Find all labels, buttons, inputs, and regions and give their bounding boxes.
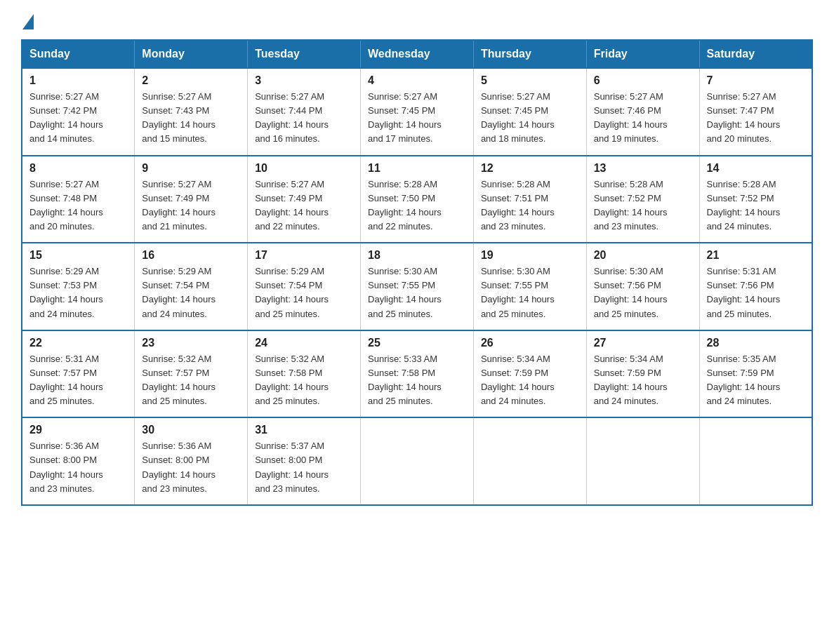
days-of-week-row: SundayMondayTuesdayWednesdayThursdayFrid…	[22, 40, 812, 68]
calendar-cell: 24 Sunrise: 5:32 AM Sunset: 7:58 PM Dayl…	[248, 330, 361, 418]
day-number: 13	[594, 162, 692, 175]
calendar-cell: 27 Sunrise: 5:34 AM Sunset: 7:59 PM Dayl…	[586, 330, 699, 418]
day-header-monday: Monday	[135, 40, 248, 68]
day-info: Sunrise: 5:27 AM Sunset: 7:49 PM Dayligh…	[142, 177, 240, 234]
calendar-cell: 22 Sunrise: 5:31 AM Sunset: 7:57 PM Dayl…	[22, 330, 135, 418]
day-number: 12	[481, 162, 579, 175]
week-row-1: 1 Sunrise: 5:27 AM Sunset: 7:42 PM Dayli…	[22, 68, 812, 156]
calendar-cell: 20 Sunrise: 5:30 AM Sunset: 7:56 PM Dayl…	[586, 243, 699, 330]
calendar-cell: 21 Sunrise: 5:31 AM Sunset: 7:56 PM Dayl…	[699, 243, 812, 330]
day-number: 31	[255, 424, 353, 436]
calendar-cell	[361, 417, 474, 505]
day-info: Sunrise: 5:27 AM Sunset: 7:49 PM Dayligh…	[255, 177, 353, 234]
day-header-friday: Friday	[586, 40, 699, 68]
calendar-cell: 9 Sunrise: 5:27 AM Sunset: 7:49 PM Dayli…	[135, 156, 248, 243]
day-number: 27	[594, 337, 692, 349]
day-header-tuesday: Tuesday	[248, 40, 361, 68]
day-info: Sunrise: 5:27 AM Sunset: 7:45 PM Dayligh…	[481, 90, 579, 147]
calendar-cell: 28 Sunrise: 5:35 AM Sunset: 7:59 PM Dayl…	[699, 330, 812, 418]
week-row-5: 29 Sunrise: 5:36 AM Sunset: 8:00 PM Dayl…	[22, 417, 812, 505]
day-info: Sunrise: 5:31 AM Sunset: 7:57 PM Dayligh…	[29, 352, 127, 409]
calendar-cell: 26 Sunrise: 5:34 AM Sunset: 7:59 PM Dayl…	[473, 330, 586, 418]
day-info: Sunrise: 5:34 AM Sunset: 7:59 PM Dayligh…	[594, 352, 692, 409]
calendar-cell: 23 Sunrise: 5:32 AM Sunset: 7:57 PM Dayl…	[135, 330, 248, 418]
day-info: Sunrise: 5:32 AM Sunset: 7:58 PM Dayligh…	[255, 352, 353, 409]
day-info: Sunrise: 5:27 AM Sunset: 7:48 PM Dayligh…	[29, 177, 127, 234]
calendar-cell: 15 Sunrise: 5:29 AM Sunset: 7:53 PM Dayl…	[22, 243, 135, 330]
day-header-wednesday: Wednesday	[361, 40, 474, 68]
calendar-cell: 18 Sunrise: 5:30 AM Sunset: 7:55 PM Dayl…	[361, 243, 474, 330]
calendar-header: SundayMondayTuesdayWednesdayThursdayFrid…	[22, 40, 812, 68]
week-row-3: 15 Sunrise: 5:29 AM Sunset: 7:53 PM Dayl…	[22, 243, 812, 330]
calendar-cell: 7 Sunrise: 5:27 AM Sunset: 7:47 PM Dayli…	[699, 68, 812, 156]
day-number: 18	[368, 249, 466, 262]
day-info: Sunrise: 5:36 AM Sunset: 8:00 PM Dayligh…	[29, 439, 127, 496]
day-number: 23	[142, 337, 240, 349]
day-number: 11	[368, 162, 466, 175]
calendar-cell: 13 Sunrise: 5:28 AM Sunset: 7:52 PM Dayl…	[586, 156, 699, 243]
day-number: 16	[142, 249, 240, 262]
day-number: 5	[481, 74, 579, 87]
day-number: 8	[29, 162, 127, 175]
day-header-thursday: Thursday	[473, 40, 586, 68]
calendar-cell: 4 Sunrise: 5:27 AM Sunset: 7:45 PM Dayli…	[361, 68, 474, 156]
day-number: 10	[255, 162, 353, 175]
day-info: Sunrise: 5:27 AM Sunset: 7:43 PM Dayligh…	[142, 90, 240, 147]
calendar-cell: 25 Sunrise: 5:33 AM Sunset: 7:58 PM Dayl…	[361, 330, 474, 418]
page-header	[21, 14, 813, 27]
day-number: 2	[142, 74, 240, 87]
logo	[21, 14, 34, 27]
calendar-cell	[473, 417, 586, 505]
week-row-4: 22 Sunrise: 5:31 AM Sunset: 7:57 PM Dayl…	[22, 330, 812, 418]
day-number: 15	[29, 249, 127, 262]
day-number: 24	[255, 337, 353, 349]
logo-arrow-icon	[22, 14, 34, 29]
calendar-cell: 14 Sunrise: 5:28 AM Sunset: 7:52 PM Dayl…	[699, 156, 812, 243]
day-number: 19	[481, 249, 579, 262]
day-info: Sunrise: 5:28 AM Sunset: 7:50 PM Dayligh…	[368, 177, 466, 234]
week-row-2: 8 Sunrise: 5:27 AM Sunset: 7:48 PM Dayli…	[22, 156, 812, 243]
day-info: Sunrise: 5:34 AM Sunset: 7:59 PM Dayligh…	[481, 352, 579, 409]
calendar-cell: 5 Sunrise: 5:27 AM Sunset: 7:45 PM Dayli…	[473, 68, 586, 156]
day-info: Sunrise: 5:33 AM Sunset: 7:58 PM Dayligh…	[368, 352, 466, 409]
day-info: Sunrise: 5:27 AM Sunset: 7:42 PM Dayligh…	[29, 90, 127, 147]
calendar-cell: 3 Sunrise: 5:27 AM Sunset: 7:44 PM Dayli…	[248, 68, 361, 156]
calendar-cell	[586, 417, 699, 505]
day-info: Sunrise: 5:29 AM Sunset: 7:54 PM Dayligh…	[142, 264, 240, 321]
logo-blue-part	[21, 14, 34, 27]
calendar-cell: 10 Sunrise: 5:27 AM Sunset: 7:49 PM Dayl…	[248, 156, 361, 243]
day-info: Sunrise: 5:30 AM Sunset: 7:55 PM Dayligh…	[368, 264, 466, 321]
day-number: 3	[255, 74, 353, 87]
day-number: 7	[707, 74, 805, 87]
day-info: Sunrise: 5:27 AM Sunset: 7:45 PM Dayligh…	[368, 90, 466, 147]
day-number: 17	[255, 249, 353, 262]
day-info: Sunrise: 5:27 AM Sunset: 7:46 PM Dayligh…	[594, 90, 692, 147]
calendar-cell: 17 Sunrise: 5:29 AM Sunset: 7:54 PM Dayl…	[248, 243, 361, 330]
day-info: Sunrise: 5:29 AM Sunset: 7:54 PM Dayligh…	[255, 264, 353, 321]
day-info: Sunrise: 5:27 AM Sunset: 7:44 PM Dayligh…	[255, 90, 353, 147]
day-info: Sunrise: 5:36 AM Sunset: 8:00 PM Dayligh…	[142, 439, 240, 496]
day-info: Sunrise: 5:28 AM Sunset: 7:51 PM Dayligh…	[481, 177, 579, 234]
day-number: 14	[707, 162, 805, 175]
day-number: 22	[29, 337, 127, 349]
day-info: Sunrise: 5:27 AM Sunset: 7:47 PM Dayligh…	[707, 90, 805, 147]
calendar-cell: 8 Sunrise: 5:27 AM Sunset: 7:48 PM Dayli…	[22, 156, 135, 243]
day-info: Sunrise: 5:28 AM Sunset: 7:52 PM Dayligh…	[707, 177, 805, 234]
day-number: 9	[142, 162, 240, 175]
day-number: 29	[29, 424, 127, 436]
calendar-cell: 16 Sunrise: 5:29 AM Sunset: 7:54 PM Dayl…	[135, 243, 248, 330]
day-info: Sunrise: 5:29 AM Sunset: 7:53 PM Dayligh…	[29, 264, 127, 321]
calendar-cell	[699, 417, 812, 505]
day-number: 30	[142, 424, 240, 436]
day-info: Sunrise: 5:35 AM Sunset: 7:59 PM Dayligh…	[707, 352, 805, 409]
calendar-cell: 11 Sunrise: 5:28 AM Sunset: 7:50 PM Dayl…	[361, 156, 474, 243]
calendar-cell: 2 Sunrise: 5:27 AM Sunset: 7:43 PM Dayli…	[135, 68, 248, 156]
day-number: 4	[368, 74, 466, 87]
calendar-cell: 31 Sunrise: 5:37 AM Sunset: 8:00 PM Dayl…	[248, 417, 361, 505]
day-number: 28	[707, 337, 805, 349]
day-number: 21	[707, 249, 805, 262]
day-number: 26	[481, 337, 579, 349]
calendar-cell: 19 Sunrise: 5:30 AM Sunset: 7:55 PM Dayl…	[473, 243, 586, 330]
day-number: 6	[594, 74, 692, 87]
calendar-cell: 6 Sunrise: 5:27 AM Sunset: 7:46 PM Dayli…	[586, 68, 699, 156]
